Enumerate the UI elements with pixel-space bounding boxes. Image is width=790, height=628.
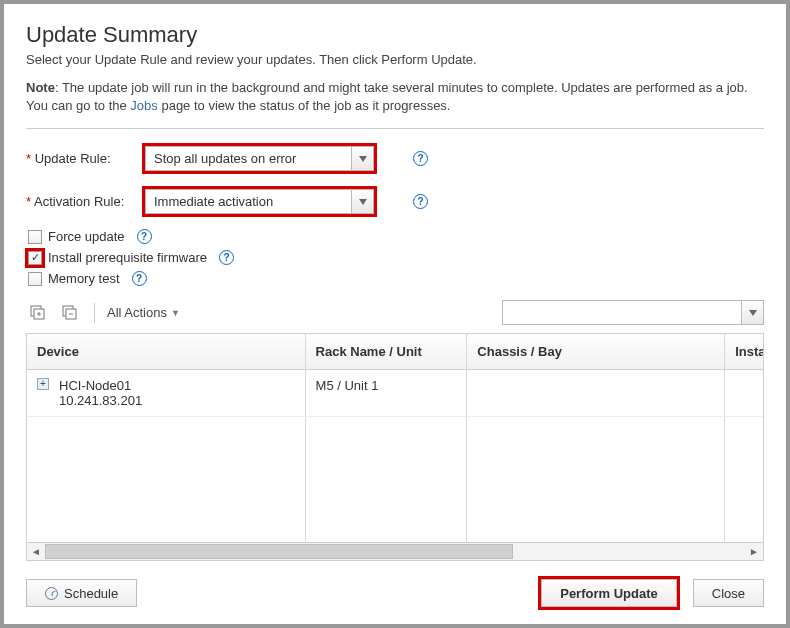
expand-all-icon[interactable] (26, 301, 50, 325)
update-summary-dialog: Update Summary Select your Update Rule a… (0, 0, 790, 628)
col-device[interactable]: Device (27, 334, 305, 370)
help-icon[interactable]: ? (413, 194, 428, 209)
activation-rule-value[interactable]: Immediate activation (145, 189, 352, 214)
dialog-footer: Schedule Perform Update Close (26, 579, 764, 607)
force-update-label: Force update (48, 229, 125, 244)
help-icon[interactable]: ? (219, 250, 234, 265)
table-row[interactable]: + HCI-Node01 10.241.83.201 M5 / Unit 1 (27, 370, 764, 417)
chevron-down-icon[interactable] (352, 146, 374, 171)
note-label: Note (26, 80, 55, 95)
jobs-link[interactable]: Jobs (130, 98, 157, 113)
activation-rule-row: Activation Rule: Immediate activation ? (26, 186, 764, 217)
memory-test-label: Memory test (48, 271, 120, 286)
col-installed[interactable]: Installed Version (725, 334, 764, 370)
activation-rule-select[interactable]: Immediate activation (142, 186, 377, 217)
divider (94, 303, 95, 323)
device-chassis (467, 370, 725, 417)
force-update-row: ✓ Force update ? (28, 229, 764, 244)
all-actions-label: All Actions (107, 305, 167, 320)
update-rule-select[interactable]: Stop all updates on error (142, 143, 377, 174)
activation-rule-label: Activation Rule: (26, 194, 136, 209)
force-update-checkbox[interactable]: ✓ (28, 230, 42, 244)
device-rack: M5 / Unit 1 (305, 370, 467, 417)
chevron-down-icon[interactable] (742, 300, 764, 325)
perform-update-button[interactable]: Perform Update (541, 579, 677, 607)
svg-marker-9 (749, 310, 757, 316)
help-icon[interactable]: ? (132, 271, 147, 286)
note-body-2: page to view the status of the job as it… (158, 98, 451, 113)
install-prereq-label: Install prerequisite firmware (48, 250, 207, 265)
device-ip: 10.241.83.201 (59, 393, 142, 408)
close-label: Close (712, 586, 745, 601)
close-button[interactable]: Close (693, 579, 764, 607)
device-installed (725, 370, 764, 417)
memory-test-checkbox[interactable]: ✓ (28, 272, 42, 286)
note-text: Note: The update job will run in the bac… (26, 79, 764, 114)
help-icon[interactable]: ? (413, 151, 428, 166)
collapse-all-icon[interactable] (58, 301, 82, 325)
scroll-thumb[interactable] (45, 544, 513, 559)
memory-test-row: ✓ Memory test ? (28, 271, 764, 286)
svg-marker-0 (359, 156, 367, 162)
svg-marker-1 (359, 199, 367, 205)
table-toolbar: All Actions ▼ (26, 300, 764, 325)
install-prereq-row: ✓ Install prerequisite firmware ? (28, 250, 764, 265)
scroll-right-icon[interactable]: ► (745, 543, 763, 560)
device-table: Device Rack Name / Unit Chassis / Bay In… (26, 333, 764, 543)
page-subtitle: Select your Update Rule and review your … (26, 52, 764, 67)
divider (26, 128, 764, 129)
perform-update-label: Perform Update (560, 586, 658, 601)
expand-icon[interactable]: + (37, 378, 49, 390)
update-rule-value[interactable]: Stop all updates on error (145, 146, 352, 171)
schedule-button[interactable]: Schedule (26, 579, 137, 607)
clock-icon (45, 587, 58, 600)
table-header-row: Device Rack Name / Unit Chassis / Bay In… (27, 334, 764, 370)
update-rule-label: Update Rule: (26, 151, 136, 166)
device-name: HCI-Node01 (59, 378, 142, 393)
filter-value[interactable] (502, 300, 742, 325)
horizontal-scrollbar[interactable]: ◄ ► (26, 543, 764, 561)
install-prereq-checkbox[interactable]: ✓ (28, 251, 42, 265)
help-icon[interactable]: ? (137, 229, 152, 244)
col-chassis[interactable]: Chassis / Bay (467, 334, 725, 370)
filter-select[interactable] (502, 300, 764, 325)
col-rack[interactable]: Rack Name / Unit (305, 334, 467, 370)
all-actions-menu[interactable]: All Actions ▼ (107, 305, 180, 320)
chevron-down-icon: ▼ (171, 308, 180, 318)
update-rule-row: Update Rule: Stop all updates on error ? (26, 143, 764, 174)
chevron-down-icon[interactable] (352, 189, 374, 214)
toolbar-right (502, 300, 764, 325)
scroll-left-icon[interactable]: ◄ (27, 543, 45, 560)
toolbar-left: All Actions ▼ (26, 301, 180, 325)
page-title: Update Summary (26, 22, 764, 48)
schedule-label: Schedule (64, 586, 118, 601)
